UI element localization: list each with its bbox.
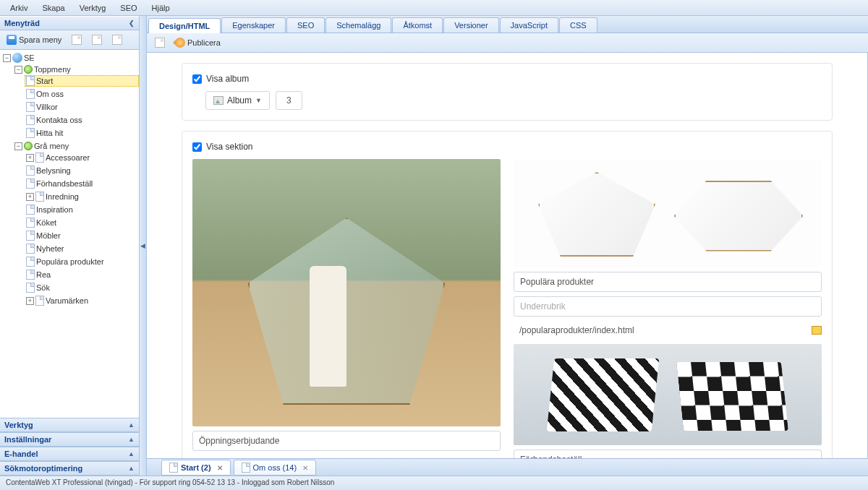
tree-tool-3[interactable] (109, 33, 126, 47)
toggle-icon[interactable]: + (26, 297, 34, 305)
doc-tab-start[interactable]: Start (2) ✕ (161, 460, 231, 476)
tree-item[interactable]: Köket (25, 217, 139, 228)
tree-item-villkor[interactable]: Villkor (25, 101, 139, 113)
tree-item[interactable]: Nyheter (25, 243, 139, 254)
toggle-icon[interactable]: + (26, 154, 34, 162)
publish-button[interactable]: Publicera (171, 35, 224, 50)
toggle-icon[interactable]: − (14, 66, 22, 74)
tree-item[interactable]: Sök (25, 282, 139, 293)
menu-skapa[interactable]: Skapa (35, 1, 72, 14)
sidebar-collapser[interactable]: ◀ (140, 16, 147, 476)
menu-tree: −SE −Toppmeny Start Om oss Villkor Konta… (0, 50, 139, 418)
tab-egenskaper[interactable]: Egenskaper (221, 17, 286, 33)
tree-tool-2[interactable] (88, 33, 106, 47)
section-right-title-input[interactable] (514, 272, 822, 292)
page-icon (155, 38, 165, 48)
tree-item[interactable]: Rea (25, 269, 139, 280)
tab-design[interactable]: Design/HTML (148, 18, 221, 33)
album-dropdown-label: Album (227, 95, 252, 106)
editor-tabs: Design/HTML Egenskaper SEO Schemalägg Åt… (147, 16, 868, 33)
tree-item[interactable]: Möbler (25, 230, 139, 241)
doc-icon (169, 463, 178, 473)
panel-verktyg[interactable]: Verktyg▲ (0, 418, 139, 432)
album-card: Visa album Album ▼ 3 (182, 63, 833, 121)
tree-item[interactable]: +Accessoarer (25, 152, 139, 163)
tree-item-kontakta[interactable]: Kontakta oss (25, 114, 139, 126)
toggle-icon[interactable]: + (26, 193, 34, 201)
doc-icon (26, 257, 35, 267)
document-tabs: Start (2) ✕ Om oss (14) ✕ (147, 458, 868, 476)
section-left-title-input[interactable] (192, 431, 501, 451)
panel-seo[interactable]: Sökmotoroptimering▲ (0, 461, 139, 476)
caret-down-icon: ▼ (255, 97, 262, 104)
show-section-checkbox[interactable]: Visa sektion (192, 142, 822, 152)
tree-item-hitta[interactable]: Hitta hit (25, 127, 139, 139)
show-section-label: Visa sektion (206, 142, 252, 152)
album-dropdown[interactable]: Album ▼ (205, 91, 270, 110)
content-area: Design/HTML Egenskaper SEO Schemalägg Åt… (147, 16, 868, 476)
menu-seo[interactable]: SEO (113, 1, 144, 14)
expand-icon: ▲ (128, 450, 135, 457)
doc-icon (35, 152, 44, 163)
page-icon (92, 35, 102, 45)
close-icon[interactable]: ✕ (299, 464, 308, 472)
tab-atkomst[interactable]: Åtkomst (392, 17, 443, 33)
doc-icon (26, 166, 35, 176)
show-section-input[interactable] (192, 142, 202, 152)
tree-item[interactable]: Inspiration (25, 204, 139, 215)
tree-item[interactable]: Belysning (25, 165, 139, 176)
expand-icon: ▲ (128, 421, 135, 429)
toggle-icon[interactable]: − (3, 54, 11, 62)
doc-icon (26, 76, 35, 86)
doc-icon (26, 283, 35, 293)
tree-root-se[interactable]: −SE (1, 52, 139, 64)
menubar: Arkiv Skapa Verktyg SEO Hjälp (0, 0, 868, 16)
browse-icon[interactable] (812, 326, 822, 335)
tree-toppmeny[interactable]: −Toppmeny (13, 64, 139, 74)
menu-hjalp[interactable]: Hjälp (145, 1, 177, 14)
tree-item[interactable]: Populära produkter (25, 256, 139, 267)
tree-item[interactable]: +Varumärken (25, 295, 139, 306)
toggle-icon[interactable]: − (14, 142, 22, 150)
section-right-path-row (514, 321, 822, 340)
tab-seo[interactable]: SEO (286, 17, 325, 33)
doc-tab-label: Om oss (14) (253, 463, 297, 472)
tab-versioner[interactable]: Versioner (443, 17, 498, 33)
tree-item-omoss[interactable]: Om oss (25, 88, 139, 100)
tree-grameny[interactable]: −Grå meny (13, 141, 139, 151)
tab-schemalagg[interactable]: Schemalägg (326, 17, 391, 33)
section-right-bottom-title-input[interactable] (514, 450, 822, 458)
tree-item[interactable]: Förhandsbeställ (25, 178, 139, 189)
doc-icon (26, 115, 35, 125)
expand-icon: ▲ (128, 465, 135, 472)
show-album-checkbox[interactable]: Visa album (192, 74, 822, 84)
tree-tool-1[interactable] (68, 33, 85, 47)
section-right-image-1[interactable] (514, 159, 822, 267)
page-icon (112, 35, 122, 45)
section-right-sub-input[interactable] (514, 296, 822, 317)
doc-icon (26, 128, 35, 138)
doc-icon (26, 89, 35, 99)
doc-icon (26, 102, 35, 112)
section-left-image[interactable] (192, 159, 501, 426)
design-canvas[interactable]: Visa album Album ▼ 3 Visa sektion (147, 53, 868, 458)
tree-item-start[interactable]: Start (25, 75, 139, 87)
section-right-image-2[interactable] (514, 344, 822, 445)
tree-toolbar: Spara meny (0, 30, 139, 50)
panel-menytrad[interactable]: Menyträd ❮ (0, 16, 139, 30)
doc-tab-omoss[interactable]: Om oss (14) ✕ (234, 460, 317, 476)
tab-javascript[interactable]: JavaScript (500, 17, 558, 33)
show-album-input[interactable] (192, 74, 202, 84)
menu-verktyg[interactable]: Verktyg (72, 1, 114, 14)
tab-css[interactable]: CSS (559, 17, 597, 33)
doc-icon (35, 192, 44, 202)
menu-arkiv[interactable]: Arkiv (3, 1, 35, 14)
panel-installningar[interactable]: Inställningar▲ (0, 432, 139, 447)
panel-ehandel[interactable]: E-handel▲ (0, 447, 139, 461)
toolbar-prev[interactable] (151, 35, 169, 50)
save-menu-button[interactable]: Spara meny (3, 33, 65, 47)
doc-icon (26, 205, 35, 215)
tree-item[interactable]: +Inredning (25, 191, 139, 202)
section-right-path-input[interactable] (514, 321, 807, 340)
close-icon[interactable]: ✕ (214, 464, 223, 472)
